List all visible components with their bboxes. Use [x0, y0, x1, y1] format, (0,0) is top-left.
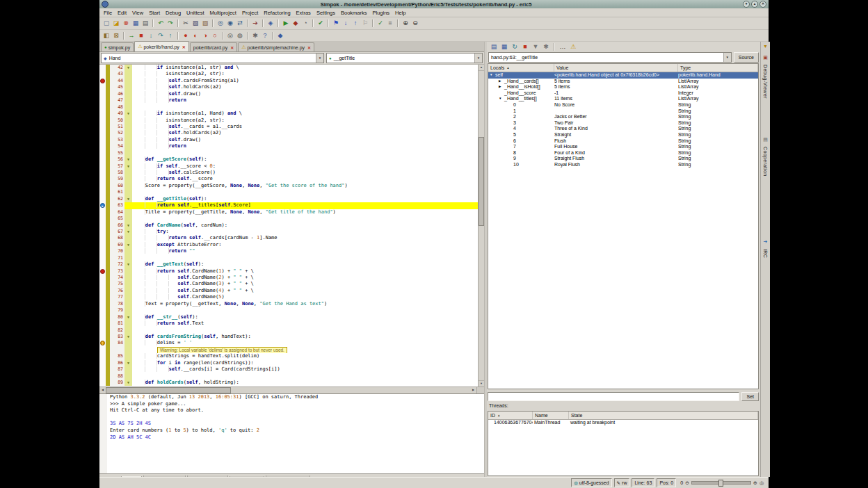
marker-margin[interactable] — [99, 156, 106, 163]
line-number[interactable]: 75 — [110, 281, 124, 287]
zoom-slider[interactable] — [691, 481, 751, 485]
file-tab[interactable]: ⚠pokerlib/simplemachine.py✕ — [238, 42, 314, 51]
tasks-icon[interactable]: ≡ — [385, 19, 395, 28]
fold-margin[interactable] — [124, 202, 132, 209]
line-number[interactable]: 86 — [110, 360, 124, 366]
fold-margin[interactable] — [124, 235, 132, 241]
editor-line[interactable]: 53 self.draw() — [99, 137, 478, 143]
marker-margin[interactable] — [99, 163, 106, 170]
editor-line[interactable]: 76 self.CardName(4) + " " + \ — [99, 288, 478, 294]
line-number[interactable]: 52 — [110, 130, 124, 136]
editor-line[interactable]: 58 self.calcScore() — [99, 170, 478, 176]
menu-file[interactable]: File — [101, 10, 115, 16]
shell-line[interactable]: 1Python 3.3.2 (default, Jun 13 2013, 16:… — [107, 394, 484, 401]
marker-margin[interactable] — [99, 143, 106, 149]
fold-margin[interactable] — [124, 320, 132, 327]
search-icon[interactable]: ◎ — [216, 19, 225, 28]
step-over-icon[interactable]: ↷ — [156, 31, 166, 40]
new-window-icon[interactable]: ◈ — [266, 19, 275, 28]
fold-margin[interactable] — [124, 97, 132, 104]
encoding-indicator[interactable]: ◍ utf-8-guessed — [571, 478, 611, 487]
locals-row[interactable]: _Hand__score-1Integer — [488, 90, 758, 97]
locals-row[interactable]: 9Straight FlushString — [488, 156, 758, 162]
debug-continue-icon[interactable]: → — [127, 31, 136, 40]
marker-margin[interactable] — [99, 242, 106, 248]
marker-margin[interactable] — [99, 84, 106, 90]
line-number[interactable]: 45 — [110, 84, 124, 90]
editor-line[interactable]: 69▼ except AttributeError: — [99, 242, 478, 248]
editor-line[interactable]: 57▼ if self.__score < 0: — [99, 163, 478, 170]
marker-margin[interactable] — [99, 360, 106, 366]
marker-margin[interactable] — [99, 117, 106, 124]
editor-line[interactable]: 49▼ if isinstance(a1, Hand) and \ — [99, 111, 478, 117]
step-out-icon[interactable]: ↑ — [166, 31, 175, 40]
marker-margin[interactable] — [99, 111, 106, 117]
marker-margin[interactable] — [99, 137, 106, 143]
marker-margin[interactable] — [99, 235, 106, 241]
stack-frame-selector[interactable]: hand.py:63:__getTitle ▼ — [488, 52, 732, 63]
editor-line[interactable]: 88 — [99, 373, 478, 380]
line-number[interactable]: 65 — [110, 215, 124, 222]
marker-margin[interactable] — [99, 314, 106, 320]
line-number[interactable]: 72 — [110, 261, 124, 268]
locals-row[interactable]: 1String — [488, 108, 758, 115]
run-script-icon[interactable]: ▶ — [281, 19, 291, 28]
marker-margin[interactable] — [99, 307, 106, 314]
marker-margin[interactable] — [99, 248, 106, 254]
open-project-icon[interactable]: ◧ — [102, 31, 111, 40]
fold-margin[interactable] — [124, 124, 132, 130]
line-number[interactable]: 68 — [110, 235, 124, 241]
fold-margin[interactable] — [124, 150, 132, 156]
replace-icon[interactable]: ⇄ — [235, 19, 245, 28]
column-header-type[interactable]: Type — [678, 64, 758, 72]
scrollbar-thumb[interactable] — [479, 137, 484, 226]
scroll-left-icon[interactable]: ◀ — [99, 387, 106, 393]
menu-extras[interactable]: Extras — [294, 10, 314, 16]
marker-margin[interactable] — [99, 170, 106, 176]
line-number[interactable]: 42 — [110, 65, 124, 71]
fold-margin[interactable] — [124, 78, 132, 84]
fold-margin[interactable] — [124, 137, 132, 143]
bookmark-toggle-icon[interactable]: ⚑ — [331, 19, 341, 28]
editor-line[interactable]: 82 — [99, 327, 478, 334]
fold-margin[interactable] — [124, 275, 132, 281]
menu-start[interactable]: Start — [146, 10, 163, 16]
marker-margin[interactable]: ▸ — [99, 202, 106, 209]
editor-line[interactable]: 81 return self.Text — [99, 320, 478, 327]
whats-this-icon[interactable]: ◆ — [275, 31, 285, 40]
fold-margin[interactable] — [124, 71, 132, 77]
scrollbar-track[interactable] — [106, 387, 470, 393]
debug-stop-icon[interactable]: ■ — [136, 31, 146, 40]
fold-margin[interactable] — [124, 84, 132, 90]
fold-margin[interactable] — [124, 248, 132, 254]
marker-margin[interactable] — [99, 176, 106, 182]
profile-script-icon[interactable]: ◔ — [300, 19, 310, 28]
line-number[interactable]: 50 — [110, 117, 124, 124]
marker-margin[interactable] — [99, 301, 106, 307]
menu-bookmarks[interactable]: Bookmarks — [338, 10, 370, 16]
maximize-button[interactable]: ▴ — [751, 1, 758, 8]
bookmark-clear-icon[interactable]: ⚐ — [360, 19, 370, 28]
bookmark-next-icon[interactable]: ↓ — [341, 19, 351, 28]
editor-line[interactable]: 65 — [99, 215, 478, 222]
next-breakpoint-icon[interactable]: ◐ — [191, 31, 200, 40]
editor-line[interactable]: !84 delims = ' ' — [99, 340, 478, 346]
debug-viewer-icon[interactable]: ▣ — [763, 55, 768, 60]
redo-icon[interactable]: ↷ — [166, 19, 175, 28]
marker-margin[interactable] — [99, 353, 106, 359]
line-number[interactable]: 54 — [110, 143, 124, 149]
marker-margin[interactable] — [99, 275, 106, 281]
copy-icon[interactable]: ▨ — [191, 19, 200, 28]
zoom-slider-thumb[interactable] — [718, 480, 723, 487]
syntax-check-icon[interactable]: ✓ — [376, 19, 385, 28]
editor-line[interactable]: 78 Text = property(__getText, None, None… — [99, 301, 478, 307]
marker-margin[interactable] — [99, 255, 106, 261]
locals-row[interactable]: 8Four of a KindString — [488, 150, 758, 156]
fold-margin[interactable] — [124, 340, 132, 346]
editor-line[interactable]: ▸63 return self.__titles[self.Score] — [99, 202, 478, 209]
line-number[interactable]: 49 — [110, 111, 124, 117]
thread-row[interactable]: 140063636776704MainThreadwaiting at brea… — [488, 420, 758, 426]
editor-line[interactable]: 73 return self.CardName(1) + " " + \ — [99, 268, 478, 275]
scroll-right-icon[interactable]: ▶ — [470, 387, 476, 393]
fold-margin[interactable]: ▼ — [124, 163, 132, 170]
